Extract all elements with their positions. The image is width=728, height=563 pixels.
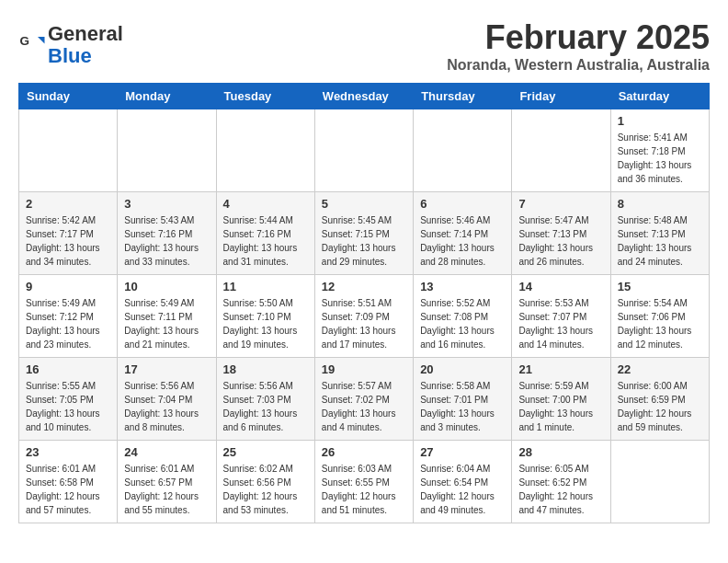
- day-info: Sunrise: 6:02 AM Sunset: 6:56 PM Dayligh…: [223, 462, 308, 517]
- calendar-subtitle: Noranda, Western Australia, Australia: [447, 57, 710, 74]
- calendar-cell: 2Sunrise: 5:42 AM Sunset: 7:17 PM Daylig…: [19, 192, 118, 275]
- calendar-table: SundayMondayTuesdayWednesdayThursdayFrid…: [18, 83, 710, 523]
- day-number: 13: [420, 280, 505, 293]
- calendar-cell: 7Sunrise: 5:47 AM Sunset: 7:13 PM Daylig…: [512, 192, 610, 275]
- day-info: Sunrise: 5:45 AM Sunset: 7:15 PM Dayligh…: [322, 213, 406, 269]
- day-number: 17: [124, 362, 209, 376]
- calendar-cell: 19Sunrise: 5:57 AM Sunset: 7:02 PM Dayli…: [314, 358, 413, 441]
- day-number: 4: [223, 197, 308, 211]
- day-number: 3: [124, 197, 209, 211]
- day-info: Sunrise: 5:49 AM Sunset: 7:11 PM Dayligh…: [124, 296, 209, 351]
- day-number: 8: [618, 197, 702, 211]
- day-number: 23: [26, 445, 110, 459]
- calendar-cell: 1Sunrise: 5:41 AM Sunset: 7:18 PM Daylig…: [610, 109, 709, 192]
- calendar-cell: [314, 109, 413, 192]
- logo: G General Blue: [18, 23, 123, 67]
- day-number: 14: [518, 280, 603, 293]
- day-info: Sunrise: 6:01 AM Sunset: 6:58 PM Dayligh…: [26, 462, 110, 517]
- day-info: Sunrise: 6:03 AM Sunset: 6:55 PM Dayligh…: [322, 462, 406, 517]
- calendar-title: February 2025: [447, 18, 710, 57]
- calendar-cell: 11Sunrise: 5:50 AM Sunset: 7:10 PM Dayli…: [216, 275, 314, 358]
- day-info: Sunrise: 5:54 AM Sunset: 7:06 PM Dayligh…: [618, 296, 702, 351]
- day-number: 27: [420, 445, 505, 459]
- day-number: 16: [26, 362, 110, 376]
- calendar-cell: 22Sunrise: 6:00 AM Sunset: 6:59 PM Dayli…: [610, 358, 709, 441]
- day-info: Sunrise: 5:48 AM Sunset: 7:13 PM Dayligh…: [618, 213, 702, 269]
- calendar-cell: 28Sunrise: 6:05 AM Sunset: 6:52 PM Dayli…: [512, 441, 610, 523]
- day-number: 11: [223, 280, 308, 293]
- day-info: Sunrise: 5:47 AM Sunset: 7:13 PM Dayligh…: [518, 213, 603, 269]
- calendar-cell: 23Sunrise: 6:01 AM Sunset: 6:58 PM Dayli…: [19, 441, 118, 523]
- calendar-cell: 18Sunrise: 5:56 AM Sunset: 7:03 PM Dayli…: [216, 358, 314, 441]
- day-number: 22: [618, 362, 702, 376]
- logo-text: General Blue: [48, 23, 123, 67]
- weekday-header: Tuesday: [216, 84, 314, 109]
- day-info: Sunrise: 5:56 AM Sunset: 7:03 PM Dayligh…: [223, 379, 308, 434]
- day-info: Sunrise: 5:58 AM Sunset: 7:01 PM Dayligh…: [420, 379, 505, 434]
- day-number: 21: [518, 362, 603, 376]
- calendar-cell: 9Sunrise: 5:49 AM Sunset: 7:12 PM Daylig…: [19, 275, 118, 358]
- calendar-week-row: 1Sunrise: 5:41 AM Sunset: 7:18 PM Daylig…: [19, 109, 710, 192]
- day-number: 5: [322, 197, 406, 211]
- calendar-cell: 17Sunrise: 5:56 AM Sunset: 7:04 PM Dayli…: [118, 358, 216, 441]
- weekday-header: Saturday: [610, 84, 709, 109]
- calendar-cell: [216, 109, 314, 192]
- day-number: 24: [124, 445, 209, 459]
- calendar-cell: 8Sunrise: 5:48 AM Sunset: 7:13 PM Daylig…: [610, 192, 709, 275]
- svg-text:G: G: [20, 34, 30, 48]
- calendar-cell: [512, 109, 610, 192]
- calendar-cell: 13Sunrise: 5:52 AM Sunset: 7:08 PM Dayli…: [414, 275, 512, 358]
- calendar-cell: 16Sunrise: 5:55 AM Sunset: 7:05 PM Dayli…: [19, 358, 118, 441]
- day-number: 18: [223, 362, 308, 376]
- calendar-cell: [414, 109, 512, 192]
- calendar-week-row: 16Sunrise: 5:55 AM Sunset: 7:05 PM Dayli…: [19, 358, 710, 441]
- calendar-cell: 20Sunrise: 5:58 AM Sunset: 7:01 PM Dayli…: [414, 358, 512, 441]
- day-number: 19: [322, 362, 406, 376]
- day-number: 7: [518, 197, 603, 211]
- day-info: Sunrise: 5:50 AM Sunset: 7:10 PM Dayligh…: [223, 296, 308, 351]
- calendar-cell: 15Sunrise: 5:54 AM Sunset: 7:06 PM Dayli…: [610, 275, 709, 358]
- calendar-cell: [610, 441, 709, 523]
- day-number: 20: [420, 362, 505, 376]
- day-number: 12: [322, 280, 406, 293]
- day-info: Sunrise: 6:00 AM Sunset: 6:59 PM Dayligh…: [618, 379, 702, 434]
- day-info: Sunrise: 5:53 AM Sunset: 7:07 PM Dayligh…: [518, 296, 603, 351]
- weekday-header: Wednesday: [314, 84, 413, 109]
- weekday-header: Sunday: [19, 84, 118, 109]
- calendar-cell: 24Sunrise: 6:01 AM Sunset: 6:57 PM Dayli…: [118, 441, 216, 523]
- day-info: Sunrise: 5:57 AM Sunset: 7:02 PM Dayligh…: [322, 379, 406, 434]
- day-number: 1: [618, 114, 702, 128]
- calendar-cell: 6Sunrise: 5:46 AM Sunset: 7:14 PM Daylig…: [414, 192, 512, 275]
- title-section: February 2025 Noranda, Western Australia…: [447, 18, 710, 74]
- day-info: Sunrise: 5:44 AM Sunset: 7:16 PM Dayligh…: [223, 213, 308, 269]
- calendar-week-row: 9Sunrise: 5:49 AM Sunset: 7:12 PM Daylig…: [19, 275, 710, 358]
- day-info: Sunrise: 5:51 AM Sunset: 7:09 PM Dayligh…: [322, 296, 406, 351]
- day-number: 25: [223, 445, 308, 459]
- weekday-header: Friday: [512, 84, 610, 109]
- day-number: 28: [518, 445, 603, 459]
- day-number: 15: [618, 280, 702, 293]
- calendar-cell: 3Sunrise: 5:43 AM Sunset: 7:16 PM Daylig…: [118, 192, 216, 275]
- day-number: 9: [26, 280, 110, 293]
- day-info: Sunrise: 5:59 AM Sunset: 7:00 PM Dayligh…: [518, 379, 603, 434]
- calendar-cell: 26Sunrise: 6:03 AM Sunset: 6:55 PM Dayli…: [314, 441, 413, 523]
- day-info: Sunrise: 5:43 AM Sunset: 7:16 PM Dayligh…: [124, 213, 209, 269]
- day-number: 6: [420, 197, 505, 211]
- weekday-header: Thursday: [414, 84, 512, 109]
- calendar-cell: [19, 109, 118, 192]
- page-header: G General Blue February 2025 Noranda, We…: [18, 18, 710, 74]
- calendar-cell: 25Sunrise: 6:02 AM Sunset: 6:56 PM Dayli…: [216, 441, 314, 523]
- day-info: Sunrise: 5:42 AM Sunset: 7:17 PM Dayligh…: [26, 213, 110, 269]
- day-info: Sunrise: 5:52 AM Sunset: 7:08 PM Dayligh…: [420, 296, 505, 351]
- calendar-cell: [118, 109, 216, 192]
- weekday-header-row: SundayMondayTuesdayWednesdayThursdayFrid…: [19, 84, 710, 109]
- calendar-cell: 4Sunrise: 5:44 AM Sunset: 7:16 PM Daylig…: [216, 192, 314, 275]
- calendar-cell: 14Sunrise: 5:53 AM Sunset: 7:07 PM Dayli…: [512, 275, 610, 358]
- day-info: Sunrise: 6:01 AM Sunset: 6:57 PM Dayligh…: [124, 462, 209, 517]
- calendar-week-row: 23Sunrise: 6:01 AM Sunset: 6:58 PM Dayli…: [19, 441, 710, 523]
- day-info: Sunrise: 5:46 AM Sunset: 7:14 PM Dayligh…: [420, 213, 505, 269]
- logo-icon: G: [18, 31, 46, 59]
- day-info: Sunrise: 5:55 AM Sunset: 7:05 PM Dayligh…: [26, 379, 110, 434]
- calendar-week-row: 2Sunrise: 5:42 AM Sunset: 7:17 PM Daylig…: [19, 192, 710, 275]
- calendar-cell: 12Sunrise: 5:51 AM Sunset: 7:09 PM Dayli…: [314, 275, 413, 358]
